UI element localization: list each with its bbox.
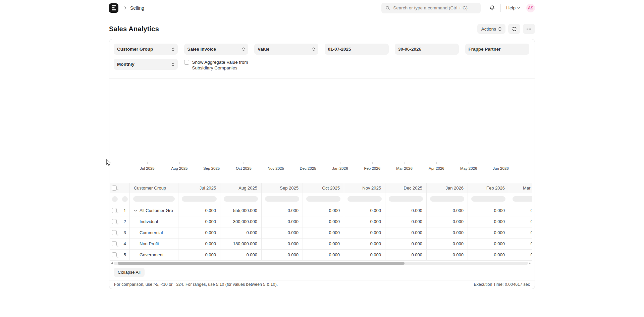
horizontal-scrollbar[interactable] bbox=[111, 262, 531, 265]
notification-bell-icon[interactable] bbox=[489, 5, 495, 11]
column-header[interactable]: Oct 2025 bbox=[303, 183, 344, 193]
doctype-select[interactable]: Sales Invoice bbox=[184, 44, 248, 55]
row-checkbox[interactable] bbox=[112, 241, 117, 246]
user-avatar[interactable]: AS bbox=[526, 4, 535, 12]
table-row: 1All Customer Gro0.000555,000.0000.0000.… bbox=[110, 205, 532, 216]
tree-type-select[interactable]: Customer Group bbox=[114, 44, 178, 55]
value-cell: 0.000 bbox=[468, 239, 509, 249]
value-cell: 0.000 bbox=[344, 216, 385, 227]
table-filter-row bbox=[110, 193, 532, 205]
column-header[interactable]: Aug 2025 bbox=[220, 183, 262, 193]
value-quantity-select[interactable]: Value bbox=[254, 44, 318, 55]
value-cell: 0.000 bbox=[344, 227, 385, 238]
column-filter-input[interactable] bbox=[112, 196, 118, 202]
column-filter-input[interactable] bbox=[471, 196, 505, 202]
aggregate-checkbox-label[interactable]: Show Aggregate Value from Subsidiary Com… bbox=[192, 60, 248, 71]
range-select[interactable]: Monthly bbox=[114, 59, 178, 70]
column-filter-input[interactable] bbox=[389, 196, 423, 202]
customer-group-cell[interactable]: Government bbox=[130, 250, 178, 260]
scroll-left-icon[interactable] bbox=[111, 262, 113, 264]
erpnext-logo-icon[interactable] bbox=[109, 3, 118, 13]
select-updown-icon bbox=[498, 27, 501, 31]
column-filter-input[interactable] bbox=[430, 196, 464, 202]
search-input[interactable]: Search or type a command (Ctrl + G) bbox=[381, 3, 481, 13]
help-menu[interactable]: Help bbox=[506, 5, 520, 10]
row-dot bbox=[117, 246, 118, 247]
breadcrumb[interactable]: Selling bbox=[130, 5, 144, 11]
select-updown-icon bbox=[172, 47, 174, 51]
table-header-row: Customer GroupJul 2025Aug 2025Sep 2025Oc… bbox=[110, 183, 532, 193]
to-date-input[interactable]: 30-06-2026 bbox=[395, 44, 459, 55]
row-checkbox[interactable] bbox=[112, 230, 117, 235]
range-value: Monthly bbox=[117, 62, 135, 67]
value-cell: 0.000 bbox=[178, 239, 220, 249]
x-axis-label: Apr 2026 bbox=[429, 166, 444, 170]
select-all-checkbox[interactable] bbox=[112, 186, 117, 191]
customer-group-cell[interactable]: Non Profit bbox=[130, 239, 178, 249]
value-cell: 0.000 bbox=[468, 205, 509, 216]
value-cell: 0.000 bbox=[385, 205, 427, 216]
filter-hint-text: For comparison, use >5, <10 or =324. For… bbox=[114, 282, 278, 287]
refresh-button[interactable] bbox=[508, 24, 520, 34]
company-input[interactable]: Frappe Partner bbox=[465, 44, 529, 55]
scrollbar-thumb[interactable] bbox=[118, 262, 405, 265]
column-header[interactable]: Nov 2025 bbox=[344, 183, 385, 193]
column-header[interactable]: Mar 2026 bbox=[509, 183, 532, 193]
actions-button[interactable]: Actions bbox=[477, 24, 505, 34]
filter-cell bbox=[262, 193, 303, 205]
column-header[interactable]: Dec 2025 bbox=[385, 183, 427, 193]
column-header[interactable]: Jul 2025 bbox=[178, 183, 220, 193]
column-filter-input[interactable] bbox=[224, 196, 258, 202]
menu-button[interactable] bbox=[523, 24, 535, 34]
filter-cell bbox=[385, 193, 427, 205]
row-checkbox[interactable] bbox=[112, 208, 117, 213]
customer-group-cell[interactable]: Individual bbox=[130, 216, 178, 227]
value-cell: 0.000 bbox=[344, 250, 385, 260]
column-filter-input[interactable] bbox=[133, 196, 175, 202]
value-cell: 0.000 bbox=[178, 205, 220, 216]
column-header[interactable]: Feb 2026 bbox=[468, 183, 509, 193]
value-cell: 0.000 bbox=[385, 216, 427, 227]
value-cell: 0.000 bbox=[303, 250, 344, 260]
value-cell: 0.000 bbox=[303, 216, 344, 227]
row-index: 5 bbox=[120, 250, 130, 260]
column-filter-input[interactable] bbox=[122, 196, 128, 202]
customer-group-cell[interactable]: All Customer Gro bbox=[130, 205, 178, 216]
scroll-right-icon[interactable] bbox=[529, 262, 531, 264]
column-header[interactable]: Customer Group bbox=[130, 183, 178, 193]
column-filter-input[interactable] bbox=[306, 196, 340, 202]
column-filter-input[interactable] bbox=[347, 196, 382, 202]
column-filter-input[interactable] bbox=[265, 196, 299, 202]
row-dot bbox=[117, 212, 118, 213]
chevron-right-icon bbox=[124, 6, 127, 9]
filter-cell bbox=[220, 193, 262, 205]
column-filter-input[interactable] bbox=[513, 196, 532, 202]
page-title: Sales Analytics bbox=[109, 25, 159, 33]
customer-group-cell[interactable]: Commercial bbox=[130, 227, 178, 238]
x-axis-tick bbox=[372, 162, 373, 164]
from-date-input[interactable]: 01-07-2025 bbox=[325, 44, 389, 55]
aggregate-checkbox[interactable] bbox=[184, 60, 189, 65]
value-cell: 0.000 bbox=[427, 205, 468, 216]
chevron-down-icon bbox=[517, 6, 520, 9]
expand-chevron-icon[interactable] bbox=[134, 209, 137, 212]
x-axis-label: Aug 2025 bbox=[171, 166, 187, 170]
value-cell: 0.000 bbox=[344, 239, 385, 249]
analytics-chart: Jul 2025Aug 2025Sep 2025Oct 2025Nov 2025… bbox=[109, 78, 535, 183]
column-filter-input[interactable] bbox=[182, 196, 217, 202]
x-axis-tick bbox=[147, 162, 148, 164]
value-cell: 0.000 bbox=[262, 205, 303, 216]
row-checkbox[interactable] bbox=[112, 252, 117, 257]
value-cell: 0.000 bbox=[509, 227, 532, 238]
value-cell: 0.000 bbox=[468, 216, 509, 227]
filter-cell bbox=[344, 193, 385, 205]
row-checkbox[interactable] bbox=[112, 219, 117, 224]
column-header[interactable]: Jan 2026 bbox=[427, 183, 468, 193]
column-header[interactable]: Sep 2025 bbox=[262, 183, 303, 193]
row-dot bbox=[117, 189, 118, 190]
filter-cell bbox=[509, 193, 532, 205]
x-axis-label: Jun 2026 bbox=[493, 166, 508, 170]
collapse-all-button[interactable]: Collapse All bbox=[114, 268, 145, 277]
value-cell: 0.000 bbox=[262, 227, 303, 238]
checkbox-cell bbox=[110, 250, 120, 260]
